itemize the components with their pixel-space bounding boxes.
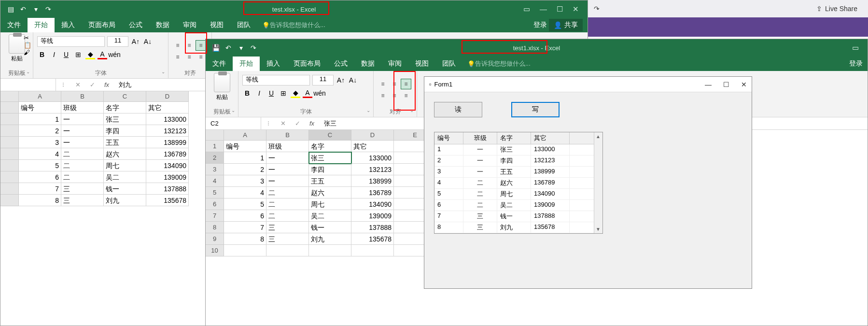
font-color-icon[interactable]: A [98,50,107,59]
cell[interactable]: 4 [224,187,266,198]
table-row[interactable]: 5二周七134090 [434,189,602,200]
fx-icon[interactable]: fx [99,81,114,88]
cancel-icon[interactable]: ✕ [70,81,85,88]
cell[interactable]: 王五 [104,137,146,148]
size-select[interactable]: 11 [107,36,128,47]
cell[interactable]: 136789 [146,148,189,160]
align-bottom[interactable]: ≡ [401,79,411,89]
cell[interactable]: 138999 [146,137,189,148]
row-header[interactable]: 3 [206,164,224,175]
expand-icon[interactable]: ⁝ [56,81,70,88]
cell[interactable]: 钱一 [309,222,351,233]
font-color-icon[interactable]: A [303,88,312,98]
close-icon[interactable]: ✕ [741,81,747,88]
cell[interactable]: 其它 [146,102,189,113]
tab-formulas[interactable]: 公式 [122,18,149,32]
cell[interactable]: 一 [266,175,309,187]
grow-font-icon[interactable]: A↑ [336,75,346,85]
row-header[interactable] [0,113,19,125]
align-middle[interactable]: ≡ [184,40,195,51]
fx-icon[interactable]: fx [305,120,319,127]
ribbon-opts-icon[interactable]: ▭ [523,5,530,14]
cell[interactable]: 4 [19,148,61,160]
cancel-icon[interactable]: ✕ [276,120,290,127]
redo-icon[interactable]: ↷ [44,5,53,14]
cell[interactable]: 一 [61,137,104,148]
cell[interactable]: 王五 [309,175,351,187]
select-all[interactable] [206,130,224,141]
cell[interactable]: 赵六 [104,148,146,160]
data-grid[interactable]: 编号 班级 名字 其它 1一张三1330002一李四1321233一王五1389… [434,132,603,234]
cell[interactable]: 二 [266,198,309,210]
tab-team[interactable]: 团队 [230,18,257,32]
cell[interactable]: 133000 [146,113,189,125]
align-right[interactable]: ≡ [401,90,411,101]
cell[interactable]: 吴二 [309,210,351,222]
align-right[interactable]: ≡ [196,52,206,62]
row-header[interactable]: 1 [206,141,224,152]
cell[interactable]: 赵六 [309,187,351,198]
align-middle[interactable]: ≡ [389,79,400,89]
ribbon-opts-icon[interactable]: ▭ [852,43,859,52]
table-row[interactable]: 8三刘九135678 [434,222,602,233]
enter-icon[interactable]: ✓ [85,81,99,88]
cell[interactable]: 一 [266,164,309,175]
tab-layout[interactable]: 页面布局 [82,18,122,32]
tellme-input[interactable]: 💡 告诉我您想做什么... [467,57,531,71]
grid-header[interactable]: 编号 [434,132,463,144]
tab-review[interactable]: 审阅 [381,57,408,71]
expand-icon[interactable]: ⁝ [261,120,276,127]
fill-color-icon[interactable]: ◆ [85,50,95,59]
cell[interactable]: 7 [19,183,61,195]
fill-color-icon[interactable]: ◆ [291,88,300,98]
cell[interactable]: 班级 [61,102,104,113]
cell[interactable]: 李四 [309,164,351,175]
grid-header[interactable]: 班级 [463,132,497,144]
cell[interactable]: 8 [224,233,266,245]
tab-home[interactable]: 开始 [28,18,55,32]
tab-home[interactable]: 开始 [233,57,260,71]
border-icon[interactable]: ⊞ [73,50,83,59]
cell[interactable]: 刘九 [104,195,146,206]
redo-icon[interactable]: ↷ [594,5,600,13]
close-icon[interactable]: ✕ [573,5,579,14]
col-header[interactable]: D [146,91,189,102]
login-link[interactable]: 登录 [533,21,547,29]
col-header[interactable]: D [351,130,394,141]
shrink-font-icon[interactable]: A↓ [348,75,358,85]
cell[interactable]: 136789 [351,187,394,198]
tab-view[interactable]: 视图 [203,18,230,32]
col-header[interactable]: B [266,130,309,141]
cell[interactable]: 李四 [104,125,146,137]
select-all[interactable] [0,91,19,102]
table-row[interactable]: 6二吴二139009 [434,200,602,211]
more-icon[interactable]: ▾ [237,43,245,52]
col-header[interactable]: C [104,91,146,102]
border-icon[interactable]: ⊞ [279,88,288,98]
row-header[interactable]: 7 [206,210,224,222]
row-header[interactable] [0,102,19,113]
more-icon[interactable]: ▾ [31,5,40,14]
align-center[interactable]: ≡ [184,52,195,62]
col-header[interactable]: A [224,130,266,141]
live-share-button[interactable]: ⇪ Live Share [816,5,857,13]
cell[interactable]: 其它 [351,141,394,152]
font-select[interactable]: 等线 [37,36,105,47]
phonetic-icon[interactable]: wén [315,88,324,98]
grid-header[interactable]: 名字 [497,132,531,144]
cell[interactable]: 137888 [146,183,189,195]
cell[interactable]: 1 [19,113,61,125]
tab-formulas[interactable]: 公式 [327,57,354,71]
bold-button[interactable]: B [37,50,47,59]
tab-insert[interactable]: 插入 [260,57,287,71]
tab-team[interactable]: 团队 [435,57,462,71]
table-row[interactable]: 2一李四132123 [434,156,602,167]
phonetic-icon[interactable]: wén [110,50,119,59]
scrollbar[interactable] [594,132,602,233]
cell[interactable]: 2 [224,164,266,175]
name-box[interactable] [0,79,56,91]
minimize-icon[interactable]: — [705,81,712,88]
cell[interactable]: 二 [266,210,309,222]
tab-insert[interactable]: 插入 [55,18,82,32]
row-header[interactable] [0,125,19,137]
